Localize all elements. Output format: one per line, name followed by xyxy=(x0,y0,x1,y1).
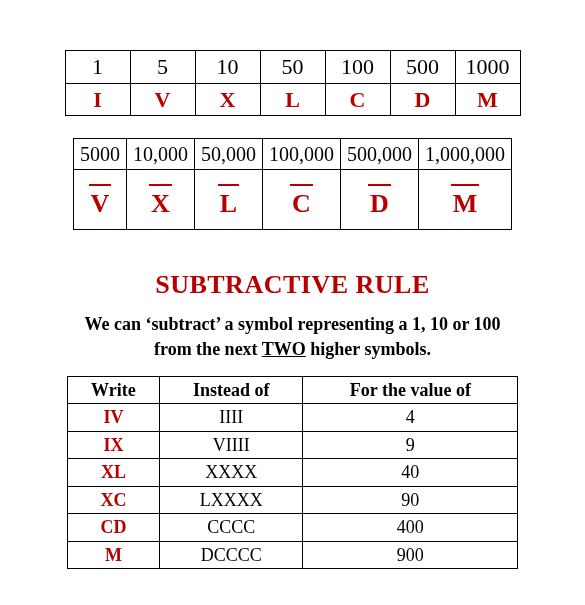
large-roman-cell: M xyxy=(419,170,512,230)
sub-instead-cell: VIIII xyxy=(160,431,303,459)
large-arabic-cell: 100,000 xyxy=(263,139,341,170)
sub-value-cell: 900 xyxy=(303,541,518,569)
basic-roman-cell: L xyxy=(260,83,325,116)
sub-header-value: For the value of xyxy=(303,376,518,404)
large-roman-row: V X L C D M xyxy=(74,170,512,230)
sub-write-cell: XL xyxy=(67,459,159,487)
basic-arabic-cell: 1000 xyxy=(455,51,520,84)
large-arabic-row: 5000 10,000 50,000 100,000 500,000 1,000… xyxy=(74,139,512,170)
sub-write-cell: M xyxy=(67,541,159,569)
basic-roman-cell: I xyxy=(65,83,130,116)
basic-roman-cell: X xyxy=(195,83,260,116)
sub-value-cell: 40 xyxy=(303,459,518,487)
sub-instead-cell: LXXXX xyxy=(160,486,303,514)
sub-value-cell: 4 xyxy=(303,404,518,432)
basic-arabic-row: 1 5 10 50 100 500 1000 xyxy=(65,51,520,84)
lead-sentence: We can ‘subtract’ a symbol representing … xyxy=(70,312,515,362)
page: 1 5 10 50 100 500 1000 I V X L C D M 500… xyxy=(0,0,585,589)
overline-roman: D xyxy=(370,186,389,219)
basic-roman-cell: D xyxy=(390,83,455,116)
sub-value-cell: 90 xyxy=(303,486,518,514)
sub-write-cell: CD xyxy=(67,514,159,542)
sub-header-row: Write Instead of For the value of xyxy=(67,376,518,404)
large-arabic-cell: 500,000 xyxy=(341,139,419,170)
lead-post: higher symbols. xyxy=(306,339,431,359)
overline-roman: M xyxy=(453,186,478,219)
large-roman-cell: X xyxy=(127,170,195,230)
basic-roman-cell: M xyxy=(455,83,520,116)
sub-header-write: Write xyxy=(67,376,159,404)
overline-roman: C xyxy=(292,186,311,219)
sub-instead-cell: CCCC xyxy=(160,514,303,542)
subtractive-rule-heading: SUBTRACTIVE RULE xyxy=(30,270,555,300)
large-arabic-cell: 5000 xyxy=(74,139,127,170)
table-row: IX VIIII 9 xyxy=(67,431,518,459)
overline-roman: X xyxy=(151,186,170,219)
lead-two: TWO xyxy=(262,339,306,359)
basic-arabic-cell: 500 xyxy=(390,51,455,84)
large-arabic-cell: 1,000,000 xyxy=(419,139,512,170)
table-row: XC LXXXX 90 xyxy=(67,486,518,514)
basic-arabic-cell: 100 xyxy=(325,51,390,84)
sub-instead-cell: DCCCC xyxy=(160,541,303,569)
basic-arabic-cell: 1 xyxy=(65,51,130,84)
basic-numerals-table: 1 5 10 50 100 500 1000 I V X L C D M xyxy=(65,50,521,116)
large-roman-cell: C xyxy=(263,170,341,230)
table-row: CD CCCC 400 xyxy=(67,514,518,542)
basic-arabic-cell: 10 xyxy=(195,51,260,84)
sub-value-cell: 9 xyxy=(303,431,518,459)
large-arabic-cell: 10,000 xyxy=(127,139,195,170)
basic-roman-cell: C xyxy=(325,83,390,116)
sub-instead-cell: XXXX xyxy=(160,459,303,487)
overline-roman: L xyxy=(220,186,237,219)
large-roman-cell: L xyxy=(195,170,263,230)
basic-arabic-cell: 50 xyxy=(260,51,325,84)
basic-roman-cell: V xyxy=(130,83,195,116)
basic-arabic-cell: 5 xyxy=(130,51,195,84)
table-row: XL XXXX 40 xyxy=(67,459,518,487)
table-row: M DCCCC 900 xyxy=(67,541,518,569)
table-row: IV IIII 4 xyxy=(67,404,518,432)
sub-value-cell: 400 xyxy=(303,514,518,542)
overline-roman: V xyxy=(91,186,110,219)
large-roman-cell: V xyxy=(74,170,127,230)
large-roman-cell: D xyxy=(341,170,419,230)
basic-roman-row: I V X L C D M xyxy=(65,83,520,116)
sub-write-cell: XC xyxy=(67,486,159,514)
sub-write-cell: IX xyxy=(67,431,159,459)
sub-header-instead: Instead of xyxy=(160,376,303,404)
sub-write-cell: IV xyxy=(67,404,159,432)
sub-instead-cell: IIII xyxy=(160,404,303,432)
large-arabic-cell: 50,000 xyxy=(195,139,263,170)
large-numerals-table: 5000 10,000 50,000 100,000 500,000 1,000… xyxy=(73,138,512,230)
subtractive-table: Write Instead of For the value of IV III… xyxy=(67,376,519,570)
